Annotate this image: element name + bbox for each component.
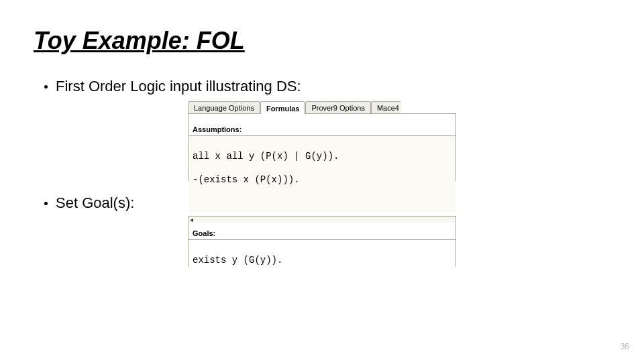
bullet-dot <box>44 85 48 88</box>
tab-bar: Language Options Formulas Prover9 Option… <box>188 99 456 114</box>
tab-formulas[interactable]: Formulas <box>260 101 306 114</box>
bullet-1: First Order Logic input illustrating DS: <box>34 78 610 95</box>
goals-label: Goals: <box>193 229 215 237</box>
code-line: -(exists x (P(x))). <box>193 174 451 186</box>
goals-panel: ◂ Goals: exists y (G(y)). <box>188 216 456 267</box>
goals-code[interactable]: exists y (G(y)). <box>189 239 455 292</box>
slide-content: Toy Example: FOL First Order Logic input… <box>0 0 644 294</box>
assumptions-panel: Language Options Formulas Prover9 Option… <box>188 99 456 181</box>
bullet-2-text: Set Goal(s): <box>56 194 134 212</box>
assumptions-code[interactable]: all x all y (P(x) | G(y)). -(exists x (P… <box>189 135 455 212</box>
slide-title: Toy Example: FOL <box>34 27 610 55</box>
goals-scroll-strip: ◂ <box>188 216 456 223</box>
tab-mace4-options[interactable]: Mace4 O <box>371 101 400 113</box>
goals-body: Goals: exists y (G(y)). <box>188 223 456 267</box>
bullet-dot <box>44 202 48 205</box>
code-line: all x all y (P(x) | G(y)). <box>193 151 451 163</box>
page-number: 36 <box>621 342 629 351</box>
bullet-1-text: First Order Logic input illustrating DS: <box>56 78 301 95</box>
code-line: exists y (G(y)). <box>193 255 451 267</box>
assumptions-body: Assumptions: all x all y (P(x) | G(y)). … <box>188 114 456 181</box>
tab-prover9-options[interactable]: Prover9 Options <box>305 101 370 113</box>
tab-language-options[interactable]: Language Options <box>188 101 260 113</box>
assumptions-label: Assumptions: <box>193 125 241 133</box>
